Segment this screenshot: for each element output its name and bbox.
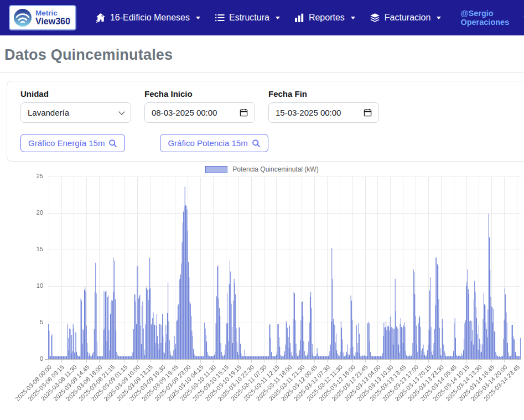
unit-select-value: Lavandería — [28, 108, 69, 117]
search-icon — [108, 139, 117, 148]
chevron-down-icon — [276, 17, 280, 19]
layers-icon — [370, 13, 380, 23]
brand-line1: Metric — [35, 9, 70, 17]
date-start-input[interactable]: 08-03-2025 00:00 — [144, 102, 255, 123]
filter-card: Unidad Lavandería Fecha Inicio 08-03-202… — [7, 81, 524, 162]
chevron-down-icon — [118, 108, 124, 115]
date-start-value: 08-03-2025 00:00 — [152, 108, 217, 117]
date-start-label: Fecha Inicio — [144, 89, 255, 98]
chevron-down-icon — [351, 17, 355, 19]
navbar: Metric View360 16-Edificio Meneses — [0, 0, 524, 35]
nav-item-label: Reportes — [309, 13, 345, 23]
brand-text: Metric View360 — [35, 9, 70, 26]
potencia-chart-canvas[interactable] — [0, 174, 524, 413]
date-end-input[interactable]: 15-03-2025 00:00 — [268, 102, 379, 123]
unit-select[interactable]: Lavandería — [20, 102, 131, 123]
page-title: Datos Quinceminutales — [0, 46, 524, 64]
legend-swatch — [205, 166, 227, 173]
nav-item-label: Facturacion — [385, 13, 431, 23]
date-end-group: Fecha Fin 15-03-2025 00:00 — [268, 89, 379, 123]
list-icon — [215, 13, 225, 23]
chart-legend[interactable]: Potencia Quinceminutal (kW) — [0, 165, 524, 174]
unit-label: Unidad — [20, 89, 131, 98]
nav-item-reportes[interactable]: Reportes — [287, 13, 362, 23]
power-chart-section: Potencia Quinceminutal (kW) — [0, 165, 524, 413]
calendar-icon[interactable] — [240, 108, 248, 117]
nav-item-facturacion[interactable]: Facturacion — [362, 13, 449, 23]
chevron-down-icon — [437, 17, 441, 19]
legend-label: Potencia Quinceminutal (kW) — [232, 165, 318, 173]
brand-line2: View360 — [35, 17, 70, 26]
date-end-value: 15-03-2025 00:00 — [276, 108, 341, 117]
chevron-down-icon — [196, 17, 200, 19]
nav-item-edificio[interactable]: 16-Edificio Meneses — [89, 13, 207, 23]
energy-chart-button-label: Gráfico Energía 15m — [28, 138, 105, 148]
bar-chart-icon — [294, 13, 304, 23]
energy-chart-button[interactable]: Gráfico Energía 15m — [20, 134, 125, 152]
house-signal-icon — [96, 13, 106, 23]
user-menu[interactable]: @Sergio Operaciones — [460, 9, 524, 27]
nav-item-label: Estructura — [229, 13, 269, 23]
user-menu-label: @Sergio Operaciones — [460, 9, 509, 27]
search-icon — [252, 139, 261, 148]
brand-wifi-globe-icon — [13, 8, 33, 28]
calendar-icon[interactable] — [364, 108, 372, 117]
date-start-group: Fecha Inicio 08-03-2025 00:00 — [144, 89, 255, 123]
divider — [0, 72, 524, 73]
nav-item-label: 16-Edificio Meneses — [110, 13, 190, 23]
power-chart-button-label: Gráfico Potencia 15m — [168, 138, 247, 148]
unit-filter-group: Unidad Lavandería — [20, 89, 131, 123]
nav-item-estructura[interactable]: Estructura — [207, 13, 287, 23]
power-chart-button[interactable]: Gráfico Potencia 15m — [160, 134, 268, 152]
brand-logo[interactable]: Metric View360 — [9, 5, 76, 30]
date-end-label: Fecha Fin — [268, 89, 379, 98]
